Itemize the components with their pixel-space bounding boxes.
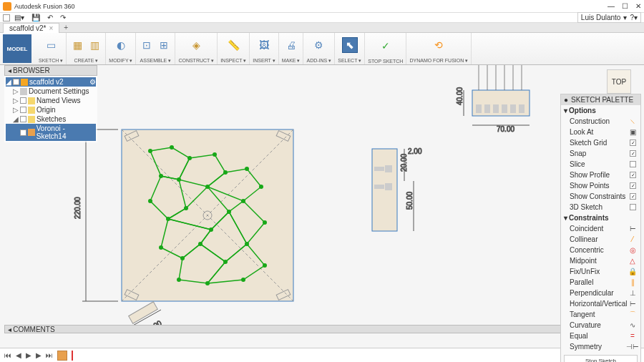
option-show-points[interactable]: Show Points — [561, 180, 640, 191]
svg-point-23 — [263, 220, 267, 225]
option-show-constraints[interactable]: Show Constraints — [561, 191, 640, 202]
ribbon-stop-sketch: ✓ STOP SKETCH — [365, 33, 406, 64]
tab-active[interactable]: scaffold v2* × — [3, 23, 59, 33]
plane-icon[interactable]: ◈ — [188, 37, 204, 53]
timeline-next-icon[interactable]: ▶ — [36, 351, 42, 359]
svg-rect-56 — [502, 104, 507, 113]
measure-icon[interactable]: 📏 — [225, 37, 241, 53]
svg-rect-45 — [385, 183, 392, 190]
constraint-coincident[interactable]: Coincident⊢ — [561, 223, 640, 234]
ribbon-dynamo: ⟲ DYNAMO FOR FUSION ▾ — [406, 33, 472, 64]
svg-text:50.00: 50.00 — [406, 192, 414, 210]
user-name: Luis Dulanto — [581, 14, 621, 21]
svg-point-30 — [205, 281, 210, 285]
sketch-icon[interactable]: ▭ — [43, 37, 59, 53]
constraint-fix-unfix[interactable]: Fix/UnFix🔒 — [561, 266, 640, 277]
file-menu[interactable]: ▤▾ — [11, 14, 27, 21]
maximize-button[interactable]: ☐ — [622, 2, 628, 10]
constraint-concentric[interactable]: Concentric◎ — [561, 245, 640, 255]
svg-point-22 — [209, 228, 213, 232]
insert-icon[interactable]: 🖼 — [256, 37, 272, 53]
ribbon-create: ▦ ▥ CREATE ▾ — [67, 33, 106, 64]
redo-icon[interactable]: ↷ — [57, 14, 69, 21]
browser-header[interactable]: ◂BROWSER — [4, 65, 97, 76]
tree-sketches[interactable]: ◢Sketches — [6, 114, 96, 124]
svg-point-29 — [177, 278, 181, 282]
constraint-parallel[interactable]: Parallel∥ — [561, 277, 640, 288]
svg-point-13 — [159, 174, 163, 178]
svg-point-9 — [187, 156, 192, 160]
svg-text:220.00: 220.00 — [74, 197, 82, 219]
extrude-icon[interactable]: ▥ — [87, 37, 102, 53]
grid-icon[interactable] — [3, 14, 10, 21]
option-3d-sketch[interactable]: 3D Sketch — [561, 202, 640, 212]
svg-text:40.00: 40.00 — [456, 87, 464, 105]
ribbon-select: ⬉ SELECT ▾ — [335, 33, 365, 64]
help-icon[interactable]: ?▾ — [630, 14, 638, 21]
palette-constraints-header[interactable]: ▾Constraints — [561, 212, 640, 223]
option-snap[interactable]: Snap — [561, 148, 640, 159]
addins-icon[interactable]: ⚙ — [311, 37, 327, 53]
svg-point-27 — [198, 242, 203, 246]
new-tab-button[interactable]: + — [59, 23, 72, 32]
svg-text:2.00: 2.00 — [408, 147, 422, 155]
save-icon[interactable]: 💾 — [29, 14, 43, 21]
timeline-play-icon[interactable]: ▶ — [26, 351, 31, 359]
option-look-at[interactable]: Look At▣ — [561, 127, 640, 137]
option-slice[interactable]: Slice — [561, 159, 640, 170]
svg-rect-57 — [510, 104, 516, 113]
svg-rect-58 — [519, 104, 525, 113]
option-sketch-grid[interactable]: Sketch Grid — [561, 137, 640, 148]
tree-voronoi-sketch[interactable]: Voronoi - Sketch14 — [6, 124, 96, 141]
svg-rect-42 — [374, 167, 384, 171]
timeline-marker[interactable] — [72, 351, 73, 361]
option-construction[interactable]: Construction⟍ — [561, 116, 640, 127]
constraint-tangent[interactable]: Tangent⌒ — [561, 309, 640, 320]
close-button[interactable]: ✕ — [635, 2, 641, 10]
constraint-curvature[interactable]: Curvature∿ — [561, 320, 640, 331]
ribbon-construct: ◈ CONSTRUCT ▾ — [175, 33, 218, 64]
tree-doc-settings[interactable]: ▷Document Settings — [6, 87, 96, 96]
timeline-end-icon[interactable]: ⏭ — [46, 351, 53, 359]
comments-bar[interactable]: ◂ COMMENTS — [4, 325, 640, 333]
svg-rect-54 — [484, 104, 490, 113]
svg-point-8 — [170, 145, 174, 150]
tree-origin[interactable]: ▷Origin — [6, 105, 96, 114]
stop-sketch-icon[interactable]: ✓ — [378, 38, 394, 54]
option-show-profile[interactable]: Show Profile — [561, 170, 640, 180]
constraint-midpoint[interactable]: Midpoint△ — [561, 255, 640, 266]
app-icon — [3, 2, 11, 11]
constraint-perpendicular[interactable]: Perpendicular⊥ — [561, 288, 640, 298]
assemble-icon[interactable]: ⊞ — [156, 37, 172, 53]
palette-header[interactable]: ●SKETCH PALETTE — [561, 94, 640, 105]
svg-point-12 — [177, 177, 181, 182]
box-icon[interactable]: ▦ — [69, 37, 85, 53]
user-menu[interactable]: Luis Dulanto▾ ?▾ — [577, 12, 641, 23]
tree-root[interactable]: ◢scaffold v2⚙ — [6, 77, 96, 87]
timeline-prev-icon[interactable]: ◀ — [16, 351, 21, 359]
tree-named-views[interactable]: ▷Named Views — [6, 96, 96, 105]
ribbon-modify: ◐ MODIFY ▾ — [106, 33, 136, 64]
tab-close-icon[interactable]: × — [49, 24, 54, 32]
constraint-equal[interactable]: Equal= — [561, 331, 640, 341]
dynamo-icon[interactable]: ⟲ — [431, 37, 447, 53]
print-icon[interactable]: 🖨 — [283, 37, 299, 53]
select-icon[interactable]: ⬉ — [342, 37, 358, 53]
fillet-icon[interactable]: ◐ — [113, 37, 129, 53]
svg-point-10 — [213, 152, 217, 157]
svg-point-17 — [148, 199, 152, 203]
workspace-selector[interactable]: MODEL — [3, 34, 31, 63]
ribbon-inspect: 📏 INSPECT ▾ — [218, 33, 250, 64]
timeline-feature-sketch[interactable] — [57, 351, 67, 361]
constraint-collinear[interactable]: Collinear∕ — [561, 234, 640, 245]
svg-point-16 — [241, 199, 245, 203]
palette-options-header[interactable]: ▾Options — [561, 105, 640, 116]
joint-icon[interactable]: ⊡ — [139, 37, 155, 53]
undo-icon[interactable]: ↶ — [44, 14, 56, 21]
constraint-symmetry[interactable]: Symmetry⊣⊢ — [561, 341, 640, 352]
stop-sketch-button[interactable]: Stop Sketch — [564, 355, 638, 362]
timeline-start-icon[interactable]: ⏮ — [4, 351, 11, 359]
minimize-button[interactable]: — — [608, 2, 615, 10]
app-title: Autodesk Fusion 360 — [14, 3, 608, 10]
constraint-horizontal-vertical[interactable]: Horizontal/Vertical⊢ — [561, 298, 640, 309]
